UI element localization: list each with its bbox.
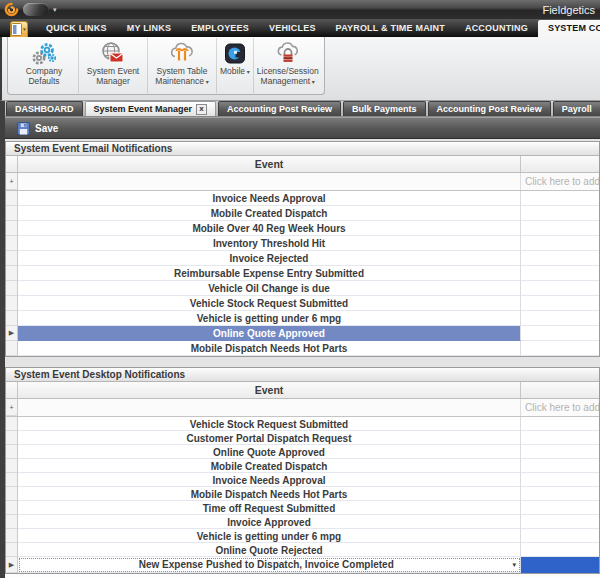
extra-cell (521, 326, 599, 341)
row-indicator-cell (6, 266, 18, 281)
grid-row[interactable]: Mobile Dispatch Needs Hot Parts (6, 341, 599, 356)
titlebar: ▾ Fieldgetics (0, 0, 600, 19)
grid-row[interactable]: Vehicle is getting under 6 mpg (6, 529, 599, 543)
extra-cell (521, 459, 599, 473)
grid-row[interactable]: Reimbursable Expense Entry Submitted (6, 266, 599, 281)
combo-dropdown-icon[interactable]: ▾ (512, 558, 518, 571)
ribbon-button-license-session-management[interactable]: License/Session Management ▾ (254, 38, 322, 93)
grid-row[interactable]: Mobile Created Dispatch (6, 206, 599, 221)
grid-corner-cell (6, 382, 18, 398)
grid-row[interactable]: Mobile Dispatch Needs Hot Parts (6, 487, 599, 501)
event-cell: Mobile Created Dispatch (18, 459, 521, 473)
column-header-extra[interactable] (521, 382, 599, 398)
document-tab-dashboard[interactable]: DASHBOARD (6, 101, 83, 116)
row-indicator-cell (6, 473, 18, 487)
application-menu-button[interactable] (10, 21, 28, 37)
grid-row[interactable]: Vehicle is getting under 6 mpg (6, 311, 599, 326)
window-lower: DASHBOARDSystem Event ManagerxAccounting… (0, 101, 600, 578)
column-header-event[interactable]: Event (18, 156, 521, 172)
bottom-filler (5, 574, 600, 578)
quick-access-toolbar[interactable] (23, 3, 49, 16)
grid-row[interactable]: Mobile Created Dispatch (6, 459, 599, 473)
add-new-row[interactable]: + Click here to add a new row (6, 173, 599, 191)
grid-row[interactable]: Inventory Threshold Hit (6, 236, 599, 251)
event-cell: Mobile Created Dispatch (18, 206, 521, 221)
document-tab-accounting-post-review[interactable]: Accounting Post Review (218, 101, 341, 116)
grid-row[interactable]: Vehicle Oil Change is due (6, 281, 599, 296)
ribbon-tab-system-configuration[interactable]: SYSTEM CONFIGURATION (538, 20, 600, 37)
grid-row[interactable]: Vehicle Stock Request Submitted (6, 296, 599, 311)
add-new-row[interactable]: + Click here to add a new row (6, 399, 599, 417)
ribbon-tab-my-links[interactable]: MY LINKS (117, 20, 181, 37)
extra-cell (521, 251, 599, 266)
event-cell: New Expense Pushed to Dispatch, Invoice … (18, 557, 521, 573)
event-cell: Customer Portal Dispatch Request (18, 431, 521, 445)
grid-row[interactable]: Customer Portal Dispatch Request (6, 431, 599, 445)
grid-row[interactable]: Vehicle Stock Request Submitted (6, 417, 599, 431)
grid-row[interactable]: Mobile Over 40 Reg Week Hours (6, 221, 599, 236)
grid-row[interactable]: ▶New Expense Pushed to Dispatch, Invoice… (6, 557, 599, 573)
event-cell: Invoice Rejected (18, 251, 521, 266)
save-floppy-icon (17, 122, 30, 135)
ribbon-tab-payroll-time-maint[interactable]: PAYROLL & TIME MAINT (326, 20, 455, 37)
section-gap (5, 357, 600, 367)
grid-row[interactable]: Invoice Approved (6, 515, 599, 529)
document-tab-accounting-post-review[interactable]: Accounting Post Review (428, 101, 551, 116)
row-indicator-cell (6, 445, 18, 459)
add-row-event-cell[interactable] (18, 173, 521, 190)
add-row-hint[interactable]: Click here to add a new row (521, 399, 599, 416)
application-menu-icon (11, 23, 27, 36)
ribbon-button-label: Mobile ▾ (220, 67, 250, 78)
extra-cell (521, 221, 599, 236)
save-toolbar: Save (5, 117, 600, 139)
grid-row[interactable]: Time off Request Submitted (6, 501, 599, 515)
extra-cell (521, 341, 599, 356)
ribbon-tab-vehicles[interactable]: VEHICLES (259, 20, 326, 37)
window-title: Fieldgetics (542, 4, 595, 16)
app-logo-icon (3, 2, 21, 17)
grid-row[interactable]: Invoice Needs Approval (6, 473, 599, 487)
grid-row[interactable]: Invoice Rejected (6, 251, 599, 266)
save-button-label: Save (35, 123, 58, 134)
event-cell: Online Quote Rejected (18, 543, 521, 557)
add-row-hint[interactable]: Click here to add a new row (521, 173, 599, 190)
event-cell: Inventory Threshold Hit (18, 236, 521, 251)
ribbon-button-label: License/Session Management ▾ (257, 67, 319, 87)
save-button[interactable]: Save (9, 120, 66, 137)
ribbon-tab-employees[interactable]: EMPLOYEES (181, 20, 259, 37)
grid-row[interactable]: Invoice Needs Approval (6, 191, 599, 206)
document-tab-label: System Event Manager (94, 104, 193, 114)
document-tab-system-event-manager[interactable]: System Event Managerx (85, 101, 217, 116)
extra-cell (521, 529, 599, 543)
event-editor-value[interactable]: New Expense Pushed to Dispatch, Invoice … (20, 558, 512, 571)
qat-dropdown-icon[interactable]: ▾ (53, 6, 57, 13)
cloud-tools-icon (169, 40, 195, 67)
grid-row[interactable]: ▶Online Quote Approved (6, 326, 599, 341)
ribbon-button-company-defaults[interactable]: Company Defaults (10, 38, 79, 93)
event-cell: Reimbursable Expense Entry Submitted (18, 266, 521, 281)
document-tab-label: Payroll (562, 104, 592, 114)
row-indicator-cell (6, 206, 18, 221)
event-cell: Mobile Over 40 Reg Week Hours (18, 221, 521, 236)
column-header-event[interactable]: Event (18, 382, 521, 398)
ribbon-button-mobile[interactable]: Mobile ▾ (217, 38, 254, 93)
ribbon-tab-accounting[interactable]: ACCOUNTING (455, 20, 538, 37)
row-indicator-cell (6, 431, 18, 445)
extra-cell (521, 296, 599, 311)
ribbon-button-system-event-manager[interactable]: System Event Manager (79, 38, 148, 93)
row-indicator-cell (6, 341, 18, 356)
column-header-extra[interactable] (521, 156, 599, 172)
close-tab-icon[interactable]: x (196, 104, 207, 115)
document-tab-payroll[interactable]: Payroll (553, 101, 600, 116)
event-cell: Invoice Needs Approval (18, 473, 521, 487)
grid-row[interactable]: Online Quote Approved (6, 445, 599, 459)
ribbon-tab-quick-links[interactable]: QUICK LINKS (36, 20, 117, 37)
grid-row[interactable]: Online Quote Rejected (6, 543, 599, 557)
document-tab-bulk-payments[interactable]: Bulk Payments (343, 101, 426, 116)
document-tab-strip: DASHBOARDSystem Event ManagerxAccounting… (5, 101, 600, 117)
add-row-event-cell[interactable] (18, 399, 521, 416)
extra-cell (521, 473, 599, 487)
event-cell: Invoice Needs Approval (18, 191, 521, 206)
event-cell: Mobile Dispatch Needs Hot Parts (18, 487, 521, 501)
ribbon-button-system-table-maintenance[interactable]: System Table Maintenance ▾ (148, 38, 217, 93)
